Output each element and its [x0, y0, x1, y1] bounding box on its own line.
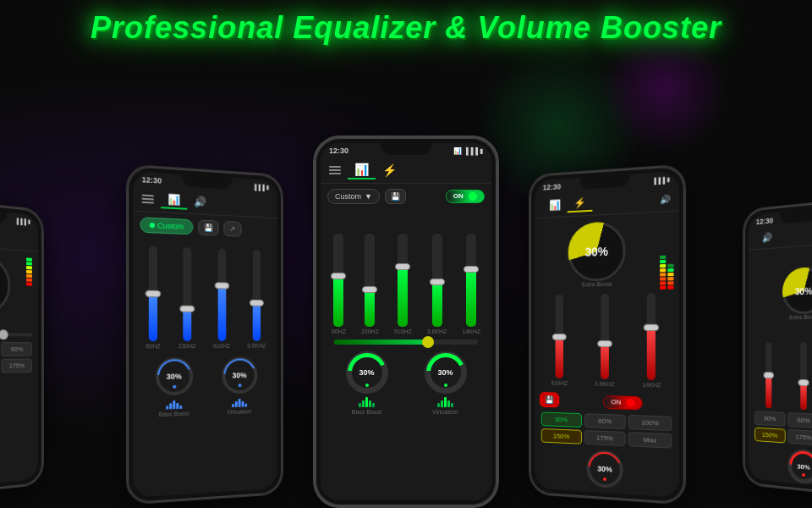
eq-sliders: 910HZ 3.6KHZ 14KHZ: [535, 293, 678, 389]
on-toggle-red[interactable]: ON: [603, 395, 642, 410]
slider-handle[interactable]: [430, 279, 445, 285]
knob-circle[interactable]: 30%: [346, 351, 388, 394]
slider-handle[interactable]: [763, 372, 774, 378]
btn-150[interactable]: 150%: [754, 428, 785, 444]
volume-track[interactable]: [334, 340, 478, 345]
volume-handle[interactable]: [422, 336, 434, 348]
share-btn[interactable]: ↗: [223, 221, 241, 237]
vol-tab[interactable]: 🔊: [756, 230, 779, 246]
slider-handle[interactable]: [331, 273, 346, 279]
slider-fill: [647, 328, 656, 380]
slider-handle[interactable]: [145, 290, 161, 297]
knob-pct: 30%: [798, 462, 810, 471]
slider-track[interactable]: [601, 294, 609, 379]
status-icons: ▐▐▐ ▮: [15, 218, 31, 225]
slider-track[interactable]: [556, 295, 563, 378]
slider-handle[interactable]: [179, 305, 195, 312]
toggle-dot: [469, 192, 477, 201]
btn-60[interactable]: 60%: [787, 412, 812, 428]
btn-60[interactable]: 60%: [2, 342, 32, 356]
knob-indicator: [173, 385, 176, 389]
btn-175[interactable]: 175%: [584, 430, 626, 446]
eq-tab-icon: 📊: [354, 163, 369, 176]
slider-handle[interactable]: [214, 282, 228, 289]
battery-icon: ▮: [28, 218, 31, 225]
slider-track[interactable]: [800, 342, 807, 410]
slider-track[interactable]: [365, 234, 375, 327]
eq-tab[interactable]: 📊: [161, 191, 187, 210]
btn-30[interactable]: 30%: [754, 411, 785, 426]
custom-preset-btn[interactable]: Custom: [140, 217, 194, 235]
slider-handle[interactable]: [798, 379, 809, 386]
slider-track[interactable]: [647, 293, 656, 380]
eq-tab[interactable]: 📊: [543, 197, 568, 213]
save-btn[interactable]: 💾: [385, 189, 406, 204]
slider-track[interactable]: [432, 234, 442, 327]
mini-bars: [597, 489, 613, 497]
slider-track[interactable]: [149, 246, 157, 341]
slider-track[interactable]: [466, 234, 476, 327]
volume-bar-row: [321, 338, 491, 346]
mini-bars: [232, 395, 247, 407]
notch: [780, 207, 812, 224]
slider-handle[interactable]: [552, 334, 567, 340]
extra-boost: 30% Extra Boost: [0, 249, 22, 324]
slider-track[interactable]: [217, 248, 226, 341]
btn-100[interactable]: 100%: [628, 415, 672, 431]
slider-handle[interactable]: [362, 286, 377, 293]
btn-30[interactable]: 30%: [541, 411, 582, 427]
on-toggle[interactable]: ON: [446, 190, 485, 203]
slider-track[interactable]: [333, 234, 343, 327]
knob-circle[interactable]: 30%: [156, 357, 193, 395]
btn-max[interactable]: Max: [628, 432, 672, 449]
knob-circle[interactable]: 30%: [587, 450, 623, 489]
btn-60[interactable]: 60%: [584, 413, 626, 429]
phone-left-outer-screen: 12:30 ▐▐▐ ▮ 📊: [0, 204, 38, 490]
save-red-btn[interactable]: 💾: [540, 392, 559, 407]
vol-tab[interactable]: ⚡: [376, 162, 403, 179]
phone-center-screen: 12:30 📊 ▐▐▐ ▮ 📊 ⚡: [321, 143, 491, 500]
knob-circle[interactable]: 30%: [222, 356, 257, 394]
vol-tab[interactable]: 🔊: [187, 194, 213, 211]
knob-circle[interactable]: 30%: [787, 449, 812, 485]
toggle-label: ON: [453, 192, 464, 200]
vol-tab-icon: ⚡: [382, 163, 397, 177]
slider-track[interactable]: [765, 342, 771, 408]
btn-175[interactable]: 175%: [787, 429, 812, 445]
slider-handle[interactable]: [250, 300, 264, 306]
btn-150[interactable]: 150%: [541, 428, 582, 444]
virtualizer-knob: 30% Virtualizer: [222, 356, 257, 415]
eq-tab-icon: 📊: [167, 193, 180, 206]
vol-tab[interactable]: ⚡: [568, 195, 593, 213]
volume-presets: Mute 30% 60% 125% 150% 175%: [0, 342, 38, 375]
btn-175[interactable]: 175%: [2, 359, 32, 373]
virtualizer-knob: 30% Virtualizer: [587, 450, 623, 498]
knob-pct: 30%: [597, 465, 612, 474]
slider-track[interactable]: [252, 250, 260, 341]
band-label: 3.6KHZ: [247, 343, 266, 349]
slider-handle[interactable]: [464, 266, 479, 273]
save-btn[interactable]: 💾: [198, 219, 218, 235]
eq-band-36khz: 3.6KHZ: [247, 249, 266, 349]
knob-pct: 30%: [359, 368, 374, 377]
slider-track[interactable]: [183, 247, 191, 341]
preset-dropdown[interactable]: Custom ▼: [327, 189, 380, 204]
battery-icon: ▮: [480, 147, 483, 155]
slider-handle[interactable]: [395, 263, 410, 270]
slider-handle[interactable]: [597, 340, 612, 347]
bass-boost-label: Bass Boost: [159, 411, 189, 417]
knob-circle[interactable]: 30%: [425, 351, 467, 394]
menu-icon[interactable]: [142, 195, 154, 204]
volume-handle[interactable]: [0, 329, 8, 340]
volume-track[interactable]: [0, 333, 32, 337]
slider-fill: [149, 294, 157, 341]
bass-boost-knob: 30% Bass Boost: [156, 357, 193, 417]
eq-tab[interactable]: 📊: [348, 161, 376, 179]
extra-boost-inner: 30%: [795, 285, 812, 296]
phone-right-outer: 12:30 ▐▐ 🔊 ON: [743, 196, 812, 498]
slider-track[interactable]: [398, 234, 408, 327]
slider-handle[interactable]: [644, 324, 659, 331]
slider-fill: [333, 276, 343, 328]
extra-boost-pct: 30%: [795, 285, 812, 296]
menu-icon[interactable]: [329, 166, 341, 174]
